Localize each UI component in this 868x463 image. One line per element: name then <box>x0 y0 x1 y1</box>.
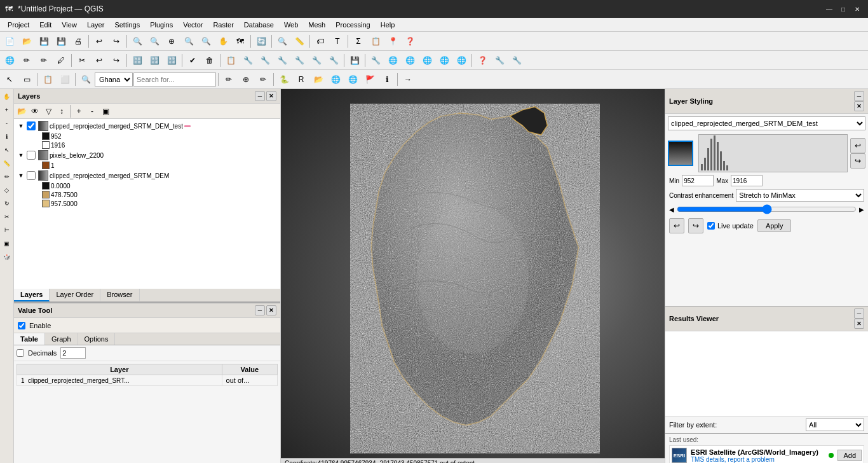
plugin-btn1[interactable]: 🔧 <box>367 52 384 69</box>
draw-btn[interactable]: ✏ <box>220 71 237 88</box>
layers-panel-minimize[interactable]: ─ <box>255 91 265 101</box>
tool-rotate[interactable]: ↻ <box>1 197 13 210</box>
advanced-btn3[interactable]: 🔧 <box>257 52 273 69</box>
min-input[interactable] <box>682 175 714 186</box>
save-as-button[interactable]: 💾 <box>53 33 69 50</box>
tool-3d[interactable]: 🎲 <box>1 251 13 263</box>
menu-layer[interactable]: Layer <box>82 18 110 31</box>
identify-button[interactable]: 🔍 <box>274 33 290 50</box>
menu-edit[interactable]: Edit <box>34 18 57 31</box>
info-btn[interactable]: ℹ <box>379 71 395 88</box>
styling-close[interactable]: ✕ <box>854 101 864 111</box>
undo-button[interactable]: ↩ <box>91 33 107 50</box>
menu-raster[interactable]: Raster <box>208 18 238 31</box>
contrast-slider[interactable] <box>677 204 857 214</box>
digitize-btn1[interactable]: 🌐 <box>1 52 18 69</box>
layer-3-checkbox[interactable] <box>27 171 36 180</box>
undo-btn[interactable]: ↩ <box>669 218 684 233</box>
tool-identify[interactable]: ℹ <box>1 130 13 143</box>
close-button[interactable]: ✕ <box>851 3 863 15</box>
menu-database[interactable]: Database <box>239 18 279 31</box>
filter-select[interactable]: All Current extent <box>806 418 864 431</box>
advanced-btn1[interactable]: 📋 <box>222 52 239 69</box>
minimize-button[interactable]: — <box>824 3 835 15</box>
plugin-btn2[interactable]: 🌐 <box>384 52 401 69</box>
locator-button[interactable]: 📍 <box>384 33 401 50</box>
flag-btn[interactable]: 🚩 <box>362 71 378 88</box>
new-project-button[interactable]: 📄 <box>1 33 18 50</box>
search-input[interactable] <box>133 73 216 86</box>
tab-layer-order[interactable]: Layer Order <box>50 289 100 301</box>
menu-processing[interactable]: Processing <box>330 18 375 31</box>
layers-move-btn[interactable]: ↕ <box>55 105 68 118</box>
advanced-btn2[interactable]: 🔧 <box>240 52 256 69</box>
layer-item-1[interactable]: ▼ clipped_reprojected_merged_SRTM_DEM_te… <box>15 120 279 132</box>
expand-icon-2[interactable]: ▼ <box>17 152 25 158</box>
plugin-btn3[interactable]: 🌐 <box>402 52 418 69</box>
tool-digitize[interactable]: ✂ <box>1 211 13 223</box>
live-update-checkbox[interactable] <box>707 222 715 230</box>
layers-add-btn[interactable]: + <box>72 105 85 118</box>
python-btn[interactable]: 🐍 <box>276 71 292 88</box>
advanced-btn5[interactable]: 🔧 <box>291 52 308 69</box>
snap-btn1[interactable]: ✔ <box>184 52 201 69</box>
folder2-btn[interactable]: 📂 <box>310 71 327 88</box>
zoom-full-button[interactable]: ⊕ <box>163 33 180 50</box>
expand-icon-3[interactable]: ▼ <box>17 172 25 179</box>
measure-button[interactable]: 📏 <box>291 33 308 50</box>
tool-fill[interactable]: ▣ <box>1 237 13 250</box>
plugin-btn5[interactable]: 🌐 <box>436 52 452 69</box>
open-project-button[interactable]: 📂 <box>18 33 35 50</box>
plugin-btn4[interactable]: 🌐 <box>419 52 435 69</box>
styling-minimize[interactable]: ─ <box>854 91 864 101</box>
value-tool-minimize[interactable]: ─ <box>255 305 265 315</box>
menu-web[interactable]: Web <box>279 18 303 31</box>
zoom-layer-button[interactable]: 🔍 <box>180 33 197 50</box>
tool-draw[interactable]: ✏ <box>1 170 13 183</box>
redo-button[interactable]: ↪ <box>108 33 125 50</box>
pan-map-button[interactable]: 🗺 <box>232 33 248 50</box>
apply-button[interactable]: Apply <box>757 219 792 232</box>
max-input[interactable] <box>731 175 763 186</box>
draw-point-btn[interactable]: ⊕ <box>238 71 254 88</box>
menu-view[interactable]: View <box>57 18 82 31</box>
add-button[interactable]: Add <box>837 450 862 461</box>
value-tool-close[interactable]: ✕ <box>266 305 276 315</box>
layers-panel-close[interactable]: ✕ <box>266 91 276 101</box>
label-button[interactable]: 🏷 <box>312 33 329 50</box>
digitize-btn2[interactable]: ✏ <box>18 52 35 69</box>
layer-2-checkbox[interactable] <box>27 151 36 160</box>
expand-icon-1[interactable]: ▼ <box>17 123 25 129</box>
zoom-selection-button[interactable]: 🔍 <box>198 33 214 50</box>
layer-1-checkbox[interactable] <box>27 121 36 130</box>
text-button[interactable]: T <box>329 33 346 50</box>
tool-node[interactable]: ◇ <box>1 184 13 197</box>
redo-style-btn[interactable]: ↪ <box>850 153 865 169</box>
menu-plugins[interactable]: Plugins <box>145 18 178 31</box>
select-layer-btn[interactable]: 📋 <box>39 71 56 88</box>
label-btn3[interactable]: 🔡 <box>163 52 180 69</box>
digitize-btn6[interactable]: ↩ <box>91 52 107 69</box>
globe-btn[interactable]: 🌐 <box>327 71 344 88</box>
menu-settings[interactable]: Settings <box>109 18 145 31</box>
tool-split[interactable]: ⊢ <box>1 224 13 237</box>
plugin-btn6[interactable]: 🌐 <box>453 52 470 69</box>
select-rect-btn[interactable]: ▭ <box>18 71 35 88</box>
decimals-checkbox[interactable] <box>17 349 24 357</box>
digitize-btn7[interactable]: ↪ <box>108 52 125 69</box>
decimals-input[interactable] <box>60 347 86 359</box>
tab-browser[interactable]: Browser <box>100 289 139 301</box>
layers-filter-btn[interactable]: ▽ <box>42 105 55 118</box>
help-button[interactable]: ❓ <box>402 33 418 50</box>
menu-project[interactable]: Project <box>3 18 34 31</box>
tool-zoom-in[interactable]: + <box>1 104 13 116</box>
help-btn2[interactable]: ❓ <box>474 52 491 69</box>
tool-pan[interactable]: ✋ <box>1 90 13 103</box>
tool-select[interactable]: ↖ <box>1 144 13 156</box>
layers-group-btn[interactable]: ▣ <box>99 105 112 118</box>
save-button[interactable]: 💾 <box>36 33 52 50</box>
select-btn[interactable]: ↖ <box>1 71 18 88</box>
db-btn[interactable]: 💾 <box>346 52 363 69</box>
maximize-button[interactable]: □ <box>837 3 849 15</box>
arrow-btn[interactable]: → <box>400 71 416 88</box>
